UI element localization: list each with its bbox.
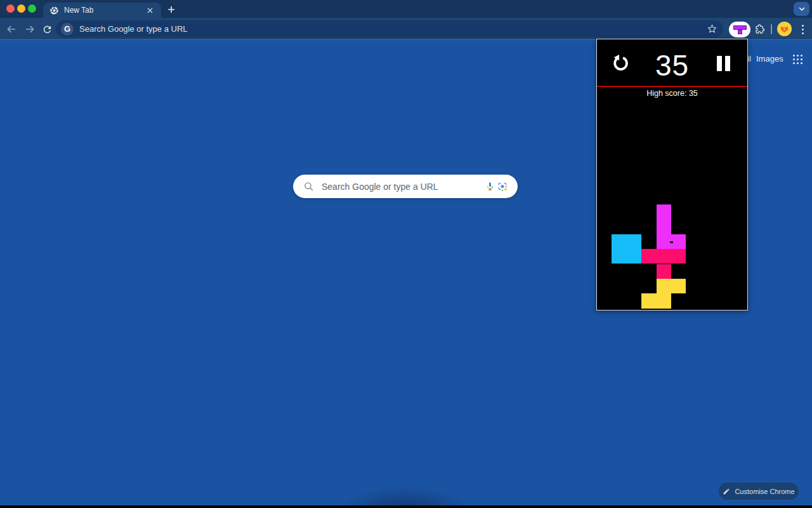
customise-chrome-button[interactable]: Customise Chrome (719, 483, 799, 500)
window-close-button[interactable] (6, 4, 15, 13)
window-minimize-button[interactable] (17, 4, 25, 13)
images-link[interactable]: Images (756, 54, 783, 64)
pencil-icon (723, 488, 730, 495)
s-piece-yellow-top (657, 279, 686, 293)
google-apps-grid-icon[interactable] (792, 53, 803, 65)
screen-bottom-strip (0, 505, 812, 508)
bookmark-star-icon[interactable] (705, 23, 718, 36)
tetris-t-piece-icon (733, 25, 747, 34)
tab-title: New Tab (64, 6, 145, 15)
chrome-favicon-icon (49, 6, 59, 15)
browser-tab-new-tab[interactable]: New Tab (43, 3, 161, 18)
tab-close-icon[interactable] (145, 5, 155, 15)
tab-search-chevron-icon[interactable] (794, 2, 809, 16)
back-icon[interactable] (4, 22, 18, 36)
titlebar: New Tab (0, 0, 812, 18)
l-piece-magenta-foot (671, 234, 686, 249)
reload-icon[interactable] (40, 22, 54, 36)
pause-icon[interactable] (717, 56, 730, 71)
s-piece-yellow-bot (641, 293, 671, 308)
header-divider-red-line (597, 86, 747, 87)
browser-menu-kebab-icon[interactable] (798, 22, 807, 36)
t-piece-pink-bar (641, 249, 686, 264)
voice-search-mic-icon[interactable] (483, 180, 496, 193)
omnibox-input[interactable] (79, 24, 705, 34)
t-piece-pink-stem (657, 264, 671, 279)
new-tab-plus-icon[interactable] (165, 3, 178, 16)
ntp-search-input[interactable] (322, 182, 483, 192)
magnifier-icon (302, 180, 315, 193)
extensions-puzzle-icon[interactable] (752, 22, 766, 36)
game-header: 35 (597, 39, 747, 86)
forward-icon[interactable] (23, 22, 37, 36)
tetris-extension-popup: 35 High score: 35 (596, 39, 748, 311)
high-score-text: High score: 35 (597, 89, 747, 98)
l-piece-magenta-col (657, 204, 671, 249)
board-artifact-dot (670, 241, 673, 243)
window-zoom-button[interactable] (28, 4, 36, 13)
google-lens-icon[interactable] (496, 180, 509, 193)
profile-avatar[interactable] (777, 22, 792, 36)
google-g-icon: G (61, 23, 74, 36)
bottom-shadow (336, 485, 476, 508)
toolbar-separator (771, 24, 772, 34)
customise-chrome-label: Customise Chrome (735, 488, 794, 495)
o-piece-cyan (612, 234, 641, 264)
active-extension-button[interactable] (729, 22, 750, 37)
toolbar: G (0, 18, 812, 40)
omnibox[interactable]: G (56, 20, 723, 37)
google-search-box[interactable] (293, 175, 518, 198)
fox-avatar-icon (780, 24, 789, 34)
